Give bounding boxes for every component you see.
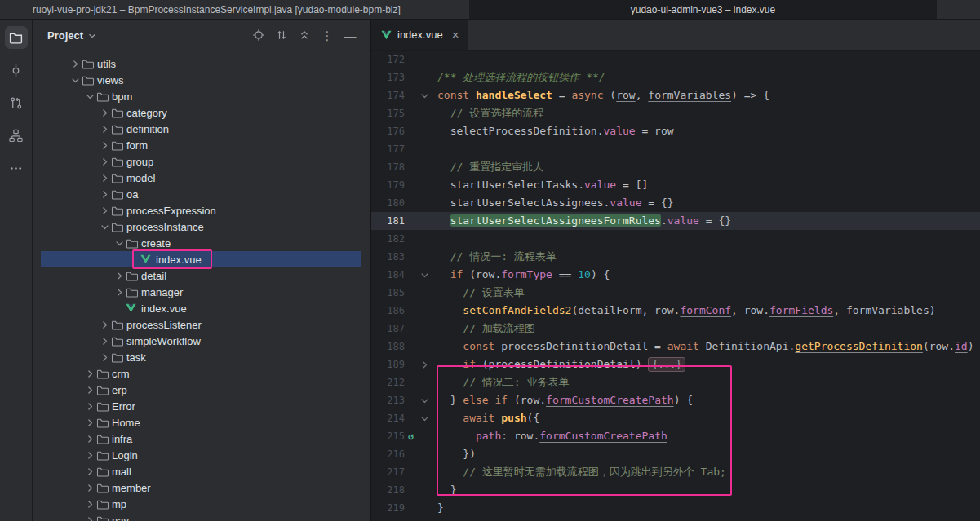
chevron-right-icon[interactable] [83,465,96,478]
code-text: // 设置表单 [432,284,525,302]
chevron-down-icon[interactable] [113,236,126,249]
tree-item-member[interactable]: member [33,479,370,496]
code-line-172: 172 [371,51,980,68]
chevron-right-icon[interactable] [83,367,96,380]
folder-icon [111,173,126,183]
tree-item-index-vue[interactable]: index.vue [33,300,370,316]
project-icon[interactable] [5,26,28,49]
code-line-212: 212 // 情况二: 业务表单 [371,373,980,391]
chevron-right-icon[interactable] [83,400,96,413]
commit-icon[interactable] [5,59,28,82]
tree-item-label: member [112,482,151,494]
chevron-right-icon[interactable] [98,334,111,347]
chevron-right-icon[interactable] [98,106,111,119]
code-text: // 重置指定审批人 [432,158,543,176]
tree-item-utils[interactable]: utils [33,55,370,72]
tree-item-index-vue[interactable]: index.vue [33,251,370,267]
activity-bar [0,20,33,521]
chevron-right-icon[interactable] [83,416,96,429]
project-panel-title[interactable]: Project [47,29,83,42]
recursion-icon[interactable]: ↺ [405,427,417,445]
tree-item-views[interactable]: views [33,72,370,88]
expand-collapse-icon[interactable] [273,26,290,44]
chevron-right-icon[interactable] [69,57,82,70]
tree-item-model[interactable]: model [33,170,370,186]
tree-item-Error[interactable]: Error [33,398,370,414]
tree-item-processExpression[interactable]: processExpression [33,202,370,219]
tree-item-erp[interactable]: erp [33,382,370,398]
chevron-right-icon[interactable] [83,497,96,510]
fold-expanded-icon[interactable] [417,271,432,280]
tree-item-category[interactable]: category [33,104,370,121]
window-title-left: ruoyi-vue-pro-jdk21 – BpmProcessInstance… [33,4,401,15]
more-icon[interactable] [5,157,28,179]
tree-item-form[interactable]: form [33,137,370,153]
tree-item-processInstance[interactable]: processInstance [33,219,370,235]
line-number: 172 [371,51,405,68]
tree-item-label: infra [112,433,132,445]
tree-item-group[interactable]: group [33,153,370,170]
chevron-right-icon[interactable] [98,204,111,217]
tree-item-simpleWorkflow[interactable]: simpleWorkflow [33,333,370,349]
chevron-right-icon[interactable] [98,351,111,364]
chevron-right-icon[interactable] [113,269,126,282]
pull-requests-icon[interactable] [5,91,28,114]
chevron-down-icon[interactable] [88,32,96,40]
fold-expanded-icon[interactable] [417,91,432,100]
tree-item-nav[interactable]: nav [33,512,370,521]
code-editor[interactable]: 172173/** 处理选择流程的按钮操作 **/174const handle… [371,51,980,521]
chevron-right-icon[interactable] [83,448,96,461]
tree-item-detail[interactable]: detail [33,267,370,284]
collapse-all-icon[interactable] [295,26,313,44]
chevron-right-icon[interactable] [98,122,111,135]
code-line-213: 213 } else if (row.formCustomCreatePath)… [371,391,980,409]
tab-index-vue[interactable]: index.vue × [371,20,468,50]
code-text: selectProcessDefinition.value = row [432,122,674,140]
tree-item-crm[interactable]: crm [33,365,370,382]
tree-item-mp[interactable]: mp [33,496,370,512]
chevron-right-icon[interactable] [83,432,96,445]
tree-item-create[interactable]: create [33,235,370,251]
code-line-217: 217 // 这里暂时无需加载流程图，因为跳出到另外个 Tab; [371,463,980,481]
tree-item-manager[interactable]: manager [33,284,370,300]
chevron-right-icon[interactable] [83,383,96,396]
close-icon[interactable]: × [452,28,459,42]
chevron-right-icon[interactable] [113,285,126,298]
folder-icon [111,140,126,151]
fold-expanded-icon[interactable] [417,414,432,423]
chevron-down-icon[interactable] [69,73,82,86]
line-number: 188 [371,338,405,355]
tree-item-processListener[interactable]: processListener [33,316,370,333]
tree-item-definition[interactable]: definition [33,121,370,137]
fold-expanded-icon[interactable] [417,396,432,405]
chevron-right-icon[interactable] [98,188,111,201]
line-number: 187 [371,320,405,338]
tree-item-oa[interactable]: oa [33,186,370,202]
chevron-right-icon[interactable] [98,318,111,331]
vue-file-icon [140,254,155,264]
fold-collapsed-icon[interactable] [417,360,432,369]
tree-item-task[interactable]: task [33,349,370,365]
tree-item-infra[interactable]: infra [33,430,370,447]
structure-icon[interactable] [5,124,28,147]
chevron-right-icon[interactable] [98,139,111,152]
tree-item-Login[interactable]: Login [33,447,370,463]
chevron-right-icon[interactable] [98,155,111,168]
tree-item-label: oa [126,188,138,201]
chevron-down-icon[interactable] [83,90,96,103]
locate-file-icon[interactable] [250,26,268,44]
editor-gutter: 185 [371,284,432,302]
chevron-right-icon[interactable] [83,481,96,494]
hide-panel-icon[interactable]: — [341,26,359,44]
chevron-down-icon[interactable] [98,220,111,233]
tree-item-Home[interactable]: Home [33,414,370,430]
chevron-right-icon[interactable] [83,514,96,521]
more-options-icon[interactable]: ⋮ [318,26,336,44]
tree-item-label: form [126,139,148,152]
folder-icon [96,450,111,461]
folder-icon [126,287,140,298]
tree-item-bpm[interactable]: bpm [33,88,370,104]
code-line-181: 181 startUserSelectAssigneesFormRules.va… [371,212,980,230]
tree-item-mall[interactable]: mall [33,463,370,479]
chevron-right-icon[interactable] [98,171,111,184]
